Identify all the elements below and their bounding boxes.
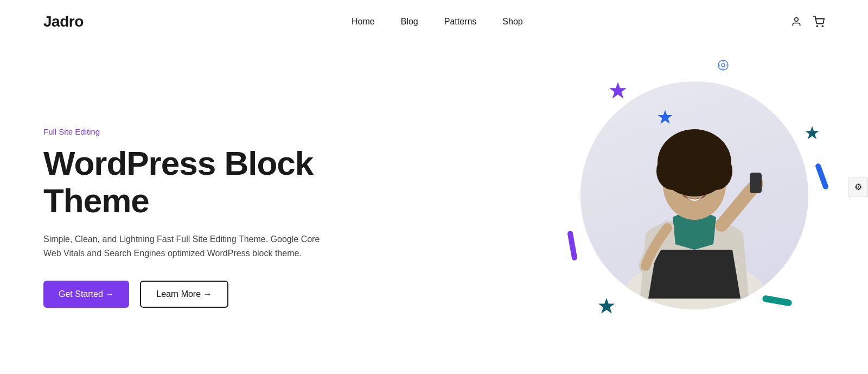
learn-more-button[interactable]: Learn More →: [140, 281, 228, 308]
hero-description: Simple, Clean, and Lightning Fast Full S…: [43, 232, 336, 261]
person-icon: [791, 16, 802, 27]
nav-patterns[interactable]: Patterns: [444, 17, 477, 27]
get-started-button[interactable]: Get Started →: [43, 281, 129, 308]
hero-image-area: [553, 43, 835, 347]
svg-point-17: [681, 180, 688, 187]
header-icons: [791, 16, 825, 28]
site-logo[interactable]: Jadro: [43, 13, 84, 30]
star-teal-decoration: [804, 125, 819, 140]
hero-person: [580, 81, 808, 309]
svg-point-1: [816, 26, 818, 27]
nav-shop[interactable]: Shop: [502, 17, 522, 27]
nav-blog[interactable]: Blog: [401, 17, 418, 27]
cart-icon-button[interactable]: [813, 16, 825, 28]
star-purple-decoration: [608, 80, 627, 100]
hero-tag: Full Site Editing: [43, 127, 358, 136]
hero-text: Full Site Editing WordPress Block Theme …: [43, 127, 358, 307]
gear-icon: ⚙: [854, 182, 862, 192]
hero-title: WordPress Block Theme: [43, 145, 358, 219]
main-content: Full Site Editing WordPress Block Theme …: [0, 43, 868, 370]
site-header: Jadro Home Blog Patterns Shop: [0, 0, 868, 43]
star-teal-bottom-decoration: [597, 296, 616, 320]
user-icon-button[interactable]: [791, 16, 802, 27]
cart-icon: [813, 16, 825, 28]
svg-point-18: [701, 180, 707, 187]
svg-rect-19: [750, 173, 762, 193]
star-blue-decoration: [656, 109, 673, 125]
svg-point-0: [795, 18, 799, 22]
dash-blue-decoration: [815, 163, 829, 190]
svg-point-2: [822, 26, 823, 27]
cta-buttons: Get Started → Learn More →: [43, 281, 358, 308]
svg-point-4: [722, 64, 725, 67]
nav-home[interactable]: Home: [352, 17, 375, 27]
dash-purple-decoration: [567, 231, 577, 261]
main-nav: Home Blog Patterns Shop: [352, 17, 523, 27]
svg-point-16: [687, 143, 718, 170]
focus-icon: [717, 59, 730, 75]
settings-gear-button[interactable]: ⚙: [848, 178, 868, 197]
